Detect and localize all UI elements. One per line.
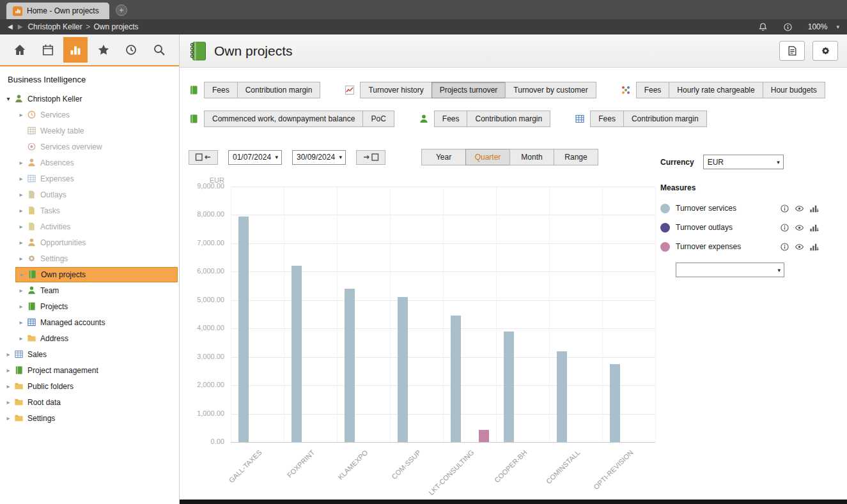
bar-turnover-services-klamexpo[interactable]: [345, 289, 355, 442]
tree-item-own-projects[interactable]: ▸Own projects: [0, 266, 179, 282]
grid-icon: [27, 126, 36, 135]
expand-arrow-icon[interactable]: ▸: [15, 287, 27, 294]
period-tab-month[interactable]: Month: [509, 149, 554, 165]
button-fees[interactable]: Fees: [204, 82, 238, 98]
button-contribution-margin[interactable]: Contribution margin: [467, 111, 550, 127]
tree-item-projects[interactable]: ▸Projects: [0, 298, 179, 314]
currency-select[interactable]: EUR ▾: [703, 155, 784, 169]
expand-arrow-icon[interactable]: ▸: [15, 191, 27, 198]
date-from-select[interactable]: 01/07/2024 ▾: [228, 150, 282, 165]
report-view-button[interactable]: [779, 41, 805, 61]
zoom-control[interactable]: 100% ▾: [808, 22, 839, 31]
expand-arrow-icon[interactable]: ▸: [16, 271, 27, 278]
tree-item-services[interactable]: ▸Services: [0, 107, 179, 123]
expand-arrow-icon[interactable]: ▸: [15, 175, 27, 182]
period-tab-year[interactable]: Year: [421, 149, 466, 165]
button-commenced-work-downpayment-balance[interactable]: Commenced work, downpayment balance: [204, 111, 363, 127]
measure-eye-icon[interactable]: [795, 242, 804, 252]
bar-turnover-services-com-ssup[interactable]: [398, 297, 408, 442]
tree-item-settings[interactable]: ▸Settings: [0, 410, 179, 426]
button-projects-turnover[interactable]: Projects turnover: [431, 82, 506, 98]
tree-item-christoph-keller[interactable]: ▾Christoph Keller: [0, 91, 179, 107]
expand-arrow-icon[interactable]: ▸: [15, 335, 27, 342]
expand-arrow-icon[interactable]: ▸: [3, 351, 14, 358]
tree-item-address[interactable]: ▸Address: [0, 330, 179, 346]
measure-eye-icon[interactable]: [795, 204, 804, 213]
forward-button[interactable]: ▶: [18, 24, 23, 30]
collapse-arrow-icon[interactable]: ▾: [3, 95, 14, 102]
tree-item-activities[interactable]: ▸Activities: [0, 218, 179, 234]
period-tab-range[interactable]: Range: [554, 149, 598, 165]
tree-item-tasks[interactable]: ▸Tasks: [0, 202, 179, 218]
expand-arrow-icon[interactable]: ▸: [15, 111, 27, 118]
expand-arrow-icon[interactable]: ▸: [15, 159, 27, 166]
search-button[interactable]: [147, 37, 171, 63]
history-button[interactable]: [119, 37, 143, 63]
breadcrumb-item-user[interactable]: Christoph Keller: [27, 22, 82, 31]
tree-item-managed-accounts[interactable]: ▸Managed accounts: [0, 314, 179, 330]
bar-turnover-services-cooper-bh[interactable]: [504, 332, 514, 442]
expand-arrow-icon[interactable]: ▸: [15, 303, 27, 310]
button-fees[interactable]: Fees: [636, 82, 670, 98]
button-fees[interactable]: Fees: [590, 111, 624, 127]
period-tab-quarter[interactable]: Quarter: [465, 149, 510, 165]
expand-arrow-icon[interactable]: ▸: [15, 319, 27, 326]
expand-arrow-icon[interactable]: ▸: [15, 207, 27, 214]
tree-item-sales[interactable]: ▸Sales: [0, 346, 179, 362]
tree-item-expenses[interactable]: ▸Expenses: [0, 171, 179, 187]
tree-item-outlays[interactable]: ▸Outlays: [0, 187, 179, 202]
measure-chart-sort-icon[interactable]: [809, 242, 819, 252]
button-turnover-history[interactable]: Turnover history: [360, 82, 431, 98]
favorites-button[interactable]: [91, 37, 116, 63]
tree-item-project-management[interactable]: ▸Project management: [0, 362, 179, 378]
measure-chart-sort-icon[interactable]: [809, 204, 819, 213]
measure-chart-sort-icon[interactable]: [809, 223, 819, 233]
next-period-button[interactable]: [356, 150, 385, 165]
bell-icon[interactable]: [758, 22, 768, 32]
settings-button[interactable]: [812, 41, 838, 61]
date-to-select[interactable]: 30/09/2024 ▾: [292, 150, 346, 165]
expand-arrow-icon[interactable]: ▸: [15, 255, 27, 262]
previous-period-button[interactable]: [189, 150, 218, 165]
tree-item-team[interactable]: ▸Team: [0, 282, 179, 298]
expand-arrow-icon[interactable]: ▸: [15, 239, 27, 246]
button-contribution-margin[interactable]: Contribution margin: [237, 82, 321, 98]
tree-item-public-folders[interactable]: ▸Public folders: [0, 378, 179, 394]
button-turnover-by-customer[interactable]: Turnover by customer: [505, 82, 596, 98]
measure-info-icon[interactable]: [780, 204, 789, 213]
calendar-button[interactable]: [36, 37, 60, 63]
tab-home-own-projects[interactable]: Home - Own projects: [6, 3, 109, 19]
button-hourly-rate-chargeable[interactable]: Hourly rate chargeable: [669, 82, 763, 98]
bar-turnover-services-opti-revision[interactable]: [610, 364, 620, 442]
info-icon[interactable]: [783, 22, 793, 32]
tree-item-weekly-table[interactable]: Weekly table: [0, 123, 179, 139]
home-button[interactable]: [8, 37, 32, 63]
measure-info-icon[interactable]: [780, 242, 789, 252]
expand-arrow-icon[interactable]: ▸: [3, 383, 14, 390]
bar-turnover-services-foxprint[interactable]: [291, 266, 302, 442]
new-tab-button[interactable]: [116, 4, 127, 16]
reports-button[interactable]: [63, 37, 88, 63]
bar-turnover-services-lkt-consulting[interactable]: [451, 316, 461, 442]
button-hour-budgets[interactable]: Hour budgets: [763, 82, 825, 98]
bar-turnover-services-gall-taxes[interactable]: [238, 217, 249, 442]
button-fees[interactable]: Fees: [434, 111, 468, 127]
measure-eye-icon[interactable]: [795, 223, 804, 233]
expand-arrow-icon[interactable]: ▸: [15, 223, 27, 230]
button-contribution-margin[interactable]: Contribution margin: [623, 111, 707, 127]
add-measure-select[interactable]: ▾: [676, 263, 784, 277]
tree-item-root-data[interactable]: ▸Root data: [0, 394, 179, 410]
bar-turnover-expenses-lkt-consulting[interactable]: [479, 430, 489, 442]
tree-item-settings[interactable]: ▸Settings: [0, 250, 179, 266]
breadcrumb-item-page[interactable]: Own projects: [93, 22, 138, 31]
back-button[interactable]: ◀: [8, 24, 13, 30]
tree-item-opportunities[interactable]: ▸Opportunities: [0, 234, 179, 250]
bar-turnover-services-cominstall[interactable]: [557, 351, 567, 442]
expand-arrow-icon[interactable]: ▸: [3, 399, 14, 406]
tree-item-absences[interactable]: ▸Absences: [0, 155, 179, 171]
tree-item-services-overview[interactable]: Services overview: [0, 139, 179, 155]
measure-info-icon[interactable]: [780, 223, 789, 233]
button-poc[interactable]: PoC: [362, 111, 394, 127]
expand-arrow-icon[interactable]: ▸: [3, 367, 14, 374]
expand-arrow-icon[interactable]: ▸: [3, 415, 14, 422]
